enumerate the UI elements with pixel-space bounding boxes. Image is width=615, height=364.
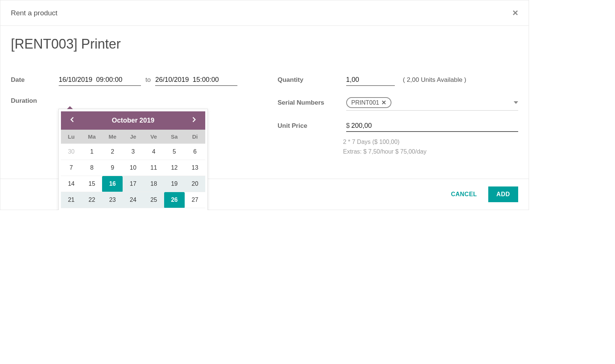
serial-row-wrapper: Serial Numbers PRINT001 ✕ [278, 97, 519, 111]
calendar-day[interactable]: 7 [61, 160, 82, 176]
serial-tag-remove-icon[interactable]: ✕ [381, 99, 386, 106]
calendar-day[interactable]: 10 [123, 160, 143, 176]
dow-header: Di [185, 130, 205, 144]
calendar-day[interactable]: 3 [123, 144, 143, 160]
calendar-day[interactable]: 22 [82, 192, 102, 208]
calendar-day[interactable]: 9 [102, 160, 123, 176]
date-to-input[interactable] [155, 74, 237, 86]
dow-header: Ve [144, 130, 164, 144]
dow-header: Sa [164, 130, 185, 144]
calendar-day[interactable]: 16 [102, 176, 123, 192]
duration-label: Duration [11, 97, 56, 105]
calendar-day[interactable]: 17 [123, 176, 143, 192]
serial-label: Serial Numbers [278, 99, 343, 107]
calendar-day[interactable]: 14 [61, 176, 82, 192]
price-hint: 2 * 7 Days ($ 100,00) Extras: $ 7,50/hou… [278, 137, 519, 156]
duration-row: Duration [11, 97, 252, 105]
calendar-day[interactable]: 1 [82, 144, 102, 160]
calendar-day[interactable]: 11 [144, 160, 164, 176]
dow-header: Je [123, 130, 143, 144]
next-month-button[interactable] [189, 115, 199, 126]
calendar-day[interactable]: 23 [102, 192, 123, 208]
close-button[interactable]: × [513, 7, 518, 19]
calendar-day[interactable]: 29 [82, 208, 102, 210]
calendar-day[interactable]: 18 [144, 176, 164, 192]
modal-title: Rent a product [11, 9, 58, 17]
quantity-available: ( 2,00 Units Available ) [403, 76, 467, 84]
calendar-day[interactable]: 6 [185, 144, 205, 160]
date-label: Date [11, 76, 56, 84]
dropdown-caret-icon[interactable] [514, 101, 518, 104]
calendar-day[interactable]: 2 [102, 144, 123, 160]
dow-header: Lu [61, 130, 82, 144]
serial-tag-text: PRINT001 [351, 99, 379, 106]
serial-tag: PRINT001 ✕ [346, 97, 392, 108]
calendar-day[interactable]: 31 [123, 208, 143, 210]
price-hint-line1: 2 * 7 Days ($ 100,00) [343, 137, 519, 147]
price-hint-line2: Extras: $ 7,50/hour $ 75,00/day [343, 147, 519, 157]
datepicker-table: LuMaMeJeVeSaDi 3012345678910111213141516… [61, 130, 205, 210]
dow-header: Ma [82, 130, 102, 144]
unit-price-input[interactable] [351, 122, 518, 130]
price-wrapper: $ [346, 122, 519, 132]
form-col-right: Quantity ( 2,00 Units Available ) Serial… [278, 74, 519, 156]
datepicker-header: October 2019 [61, 111, 205, 130]
unit-price-row: Unit Price $ 2 * 7 Days ($ 100,00) Extra… [278, 122, 519, 156]
calendar-day[interactable]: 2 [164, 208, 185, 210]
calendar-day[interactable]: 5 [164, 144, 185, 160]
date-row: Date to [11, 74, 252, 86]
unit-price-label: Unit Price [278, 122, 343, 130]
quantity-row: Quantity ( 2,00 Units Available ) [278, 74, 519, 86]
date-to-label: to [145, 76, 151, 84]
calendar-day[interactable]: 4 [144, 144, 164, 160]
chevron-right-icon [192, 117, 196, 123]
product-title: [RENT003] Printer [11, 36, 518, 52]
calendar-day[interactable]: 24 [123, 192, 143, 208]
datepicker-popup: October 2019 LuMaMeJeVeSaDi 301234567891… [58, 109, 208, 210]
rent-product-modal: Rent a product × [RENT003] Printer Date … [0, 0, 529, 210]
calendar-day[interactable]: 25 [144, 192, 164, 208]
calendar-day[interactable]: 13 [185, 160, 205, 176]
calendar-day[interactable]: 8 [82, 160, 102, 176]
calendar-day[interactable]: 12 [164, 160, 185, 176]
modal-header: Rent a product × [0, 0, 529, 26]
cancel-button[interactable]: CANCEL [447, 186, 481, 202]
calendar-day[interactable]: 27 [185, 192, 205, 208]
add-button[interactable]: ADD [488, 186, 518, 202]
calendar-day[interactable]: 21 [61, 192, 82, 208]
chevron-left-icon [70, 117, 74, 123]
calendar-day[interactable]: 30 [61, 144, 82, 160]
calendar-day[interactable]: 28 [61, 208, 82, 210]
datepicker-month-label[interactable]: October 2019 [112, 117, 154, 124]
calendar-day[interactable]: 20 [185, 176, 205, 192]
prev-month-button[interactable] [67, 115, 77, 126]
date-from-input[interactable] [59, 74, 141, 86]
serial-numbers-field[interactable]: PRINT001 ✕ [346, 97, 519, 111]
quantity-input[interactable] [346, 74, 395, 86]
calendar-day[interactable]: 30 [102, 208, 123, 210]
calendar-day[interactable]: 26 [164, 192, 185, 208]
calendar-day[interactable]: 15 [82, 176, 102, 192]
currency-symbol: $ [346, 122, 350, 130]
calendar-day[interactable]: 19 [164, 176, 185, 192]
calendar-day[interactable]: 1 [144, 208, 164, 210]
dow-header: Me [102, 130, 123, 144]
calendar-day[interactable]: 3 [185, 208, 205, 210]
quantity-label: Quantity [278, 76, 343, 84]
date-inputs: to [59, 74, 237, 86]
